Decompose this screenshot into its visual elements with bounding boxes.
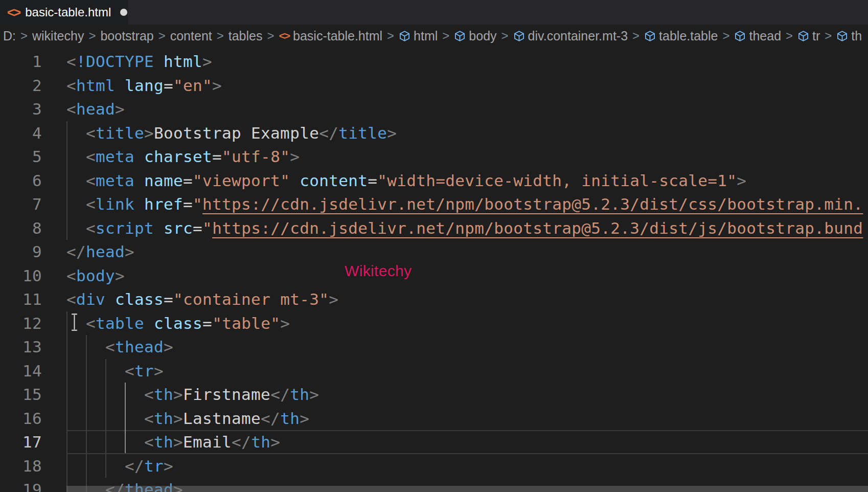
- token: [134, 195, 144, 213]
- breadcrumb-separator: >: [88, 29, 96, 43]
- token: =: [193, 219, 202, 237]
- breadcrumb-item-body[interactable]: body: [454, 29, 496, 43]
- line-number-11[interactable]: 11: [0, 287, 66, 311]
- token: <: [144, 433, 154, 451]
- breadcrumb-label: div.container.mt-3: [528, 29, 628, 43]
- code-content: <title>Bootstrap Example</title>: [66, 121, 868, 145]
- code-line-2[interactable]: 2<html lang="en">: [0, 74, 868, 98]
- code-line-3[interactable]: 3<head>: [0, 97, 868, 121]
- indent-guide: [86, 359, 87, 383]
- line-number-13[interactable]: 13: [0, 335, 66, 359]
- token: <: [66, 290, 76, 308]
- html-file-icon: <>: [279, 30, 289, 42]
- code-line-1[interactable]: 1<!DOCTYPE html>: [0, 50, 868, 74]
- token: [66, 171, 86, 190]
- indent-guide: [86, 335, 87, 359]
- token: "viewport": [193, 171, 290, 190]
- token: <: [66, 76, 76, 95]
- line-number-2[interactable]: 2: [0, 74, 66, 98]
- breadcrumb-item-html[interactable]: html: [399, 29, 438, 43]
- token: title: [96, 124, 144, 142]
- token: >: [115, 266, 125, 285]
- token: https://cdn.jsdelivr.net/npm/bootstrap@5…: [212, 219, 863, 237]
- code-line-12[interactable]: 12 <table class="table">: [0, 311, 868, 336]
- line-number-3[interactable]: 3: [0, 97, 66, 121]
- indent-guide: [86, 383, 87, 407]
- token: <: [86, 171, 96, 190]
- code-line-4[interactable]: 4 <title>Bootstrap Example</title>: [0, 121, 868, 145]
- breadcrumb-item-thead[interactable]: thead: [734, 29, 781, 43]
- html-file-icon: <>: [7, 5, 20, 20]
- breadcrumb-item-th[interactable]: th: [836, 29, 862, 43]
- line-number-9[interactable]: 9: [0, 240, 66, 264]
- indent-guide: [66, 407, 67, 431]
- code-line-13[interactable]: 13 <thead>: [0, 335, 868, 359]
- code-line-11[interactable]: 11<div class="container mt-3">: [0, 287, 868, 311]
- token: charset: [144, 147, 212, 166]
- token: =: [212, 147, 222, 166]
- line-number-18[interactable]: 18: [0, 454, 66, 478]
- breadcrumb-item-content[interactable]: content: [170, 29, 212, 43]
- code-line-10[interactable]: 10<body>: [0, 264, 868, 288]
- token: </: [232, 433, 251, 451]
- token: body: [76, 266, 115, 285]
- code-line-18[interactable]: 18 </tr>: [0, 454, 868, 478]
- token: lang: [125, 76, 164, 95]
- token: meta: [96, 147, 134, 166]
- token: =: [202, 314, 212, 332]
- line-number-12[interactable]: 12: [0, 311, 66, 336]
- breadcrumb-item-div-container-mt-3[interactable]: div.container.mt-3: [513, 29, 628, 43]
- breadcrumb-item-bootstrap[interactable]: bootstrap: [100, 29, 153, 43]
- line-number-10[interactable]: 10: [0, 264, 66, 288]
- horizontal-scrollbar[interactable]: [66, 486, 868, 492]
- code-content: <html lang="en">: [66, 74, 868, 98]
- breadcrumb-label: th: [851, 29, 862, 43]
- indent-guide: [66, 335, 67, 359]
- code-line-8[interactable]: 8 <script src="https://cdn.jsdelivr.net/…: [0, 216, 868, 240]
- breadcrumb-item-basic-table-html[interactable]: <>basic-table.html: [279, 29, 382, 43]
- line-number-5[interactable]: 5: [0, 145, 66, 169]
- line-number-7[interactable]: 7: [0, 192, 66, 216]
- code-line-16[interactable]: 16 <th>Lastname</th>: [0, 407, 868, 431]
- code-line-9[interactable]: 9</head>: [0, 240, 868, 264]
- tab-basic-table[interactable]: <> basic-table.html: [0, 0, 128, 25]
- code-line-5[interactable]: 5 <meta charset="utf-8">: [0, 145, 868, 169]
- token: content: [300, 171, 368, 190]
- modified-indicator-dot[interactable]: [120, 9, 127, 16]
- code-line-17[interactable]: 17 <th>Email</th>: [0, 430, 868, 454]
- token: >: [173, 385, 183, 404]
- code-editor[interactable]: 1<!DOCTYPE html>2<html lang="en">3<head>…: [0, 47, 868, 492]
- line-number-4[interactable]: 4: [0, 121, 66, 145]
- line-number-19[interactable]: 19: [0, 478, 66, 492]
- breadcrumb-item-table-table[interactable]: table.table: [644, 29, 718, 43]
- token: [144, 314, 154, 332]
- token: Email: [183, 433, 232, 451]
- breadcrumb-item-d-[interactable]: D:: [3, 29, 16, 43]
- token: html: [164, 52, 202, 71]
- line-number-6[interactable]: 6: [0, 169, 66, 193]
- line-number-17[interactable]: 17: [0, 430, 66, 454]
- line-number-14[interactable]: 14: [0, 359, 66, 383]
- token: [154, 219, 164, 237]
- token: th: [290, 385, 309, 404]
- breadcrumb-item-tr[interactable]: tr: [797, 29, 820, 43]
- code-line-14[interactable]: 14 <tr>: [0, 359, 868, 383]
- code-line-15[interactable]: 15 <th>Firstname</th>: [0, 383, 868, 407]
- token: [105, 290, 115, 308]
- breadcrumb-separator: >: [825, 29, 832, 43]
- breadcrumb-separator: >: [786, 29, 793, 43]
- line-number-1[interactable]: 1: [0, 50, 66, 74]
- token: ": [193, 195, 202, 213]
- breadcrumb-item-wikitechy[interactable]: wikitechy: [32, 29, 84, 43]
- token: link: [96, 195, 134, 213]
- line-number-16[interactable]: 16: [0, 407, 66, 431]
- line-number-15[interactable]: 15: [0, 383, 66, 407]
- indent-guide: [66, 216, 67, 240]
- breadcrumb-item-tables[interactable]: tables: [229, 29, 263, 43]
- token: [115, 76, 125, 95]
- breadcrumb-separator: >: [722, 29, 729, 43]
- code-line-6[interactable]: 6 <meta name="viewport" content="width=d…: [0, 169, 868, 193]
- line-number-8[interactable]: 8: [0, 216, 66, 240]
- token: ": [202, 219, 212, 237]
- code-line-7[interactable]: 7 <link href="https://cdn.jsdelivr.net/n…: [0, 192, 868, 216]
